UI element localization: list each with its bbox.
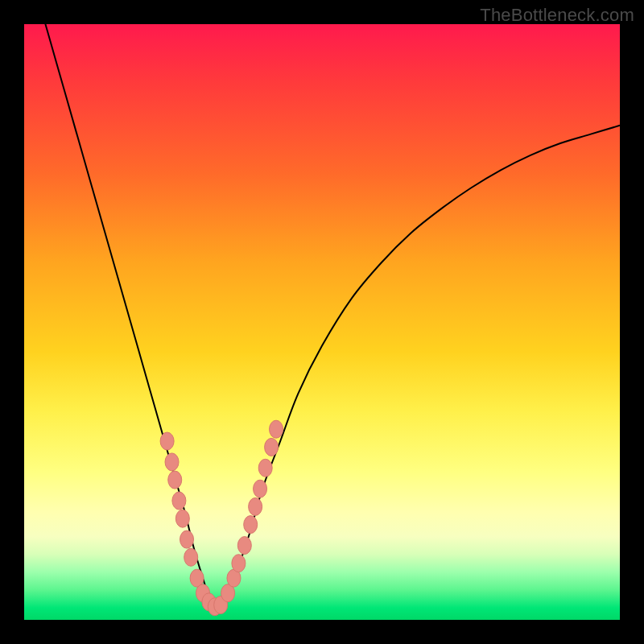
bottleneck-curve — [24, 24, 620, 620]
curve-marker — [175, 510, 189, 527]
curve-marker — [165, 453, 179, 471]
curve-marker — [160, 432, 174, 450]
curve-path — [42, 12, 620, 609]
plot-area — [24, 24, 620, 620]
curve-marker — [232, 555, 246, 572]
curve-marker — [184, 548, 198, 566]
curve-marker — [254, 480, 267, 497]
curve-marker — [237, 537, 251, 555]
curve-marker — [270, 420, 283, 438]
curve-marker — [249, 497, 262, 515]
watermark-text: TheBottleneck.com — [480, 5, 634, 26]
curve-marker — [168, 471, 182, 489]
curve-marker — [180, 530, 194, 548]
curve-marker — [172, 492, 186, 510]
curve-marker — [258, 459, 272, 477]
curve-marker — [244, 516, 258, 534]
chart-frame: TheBottleneck.com — [0, 0, 644, 644]
curve-marker — [265, 438, 279, 456]
